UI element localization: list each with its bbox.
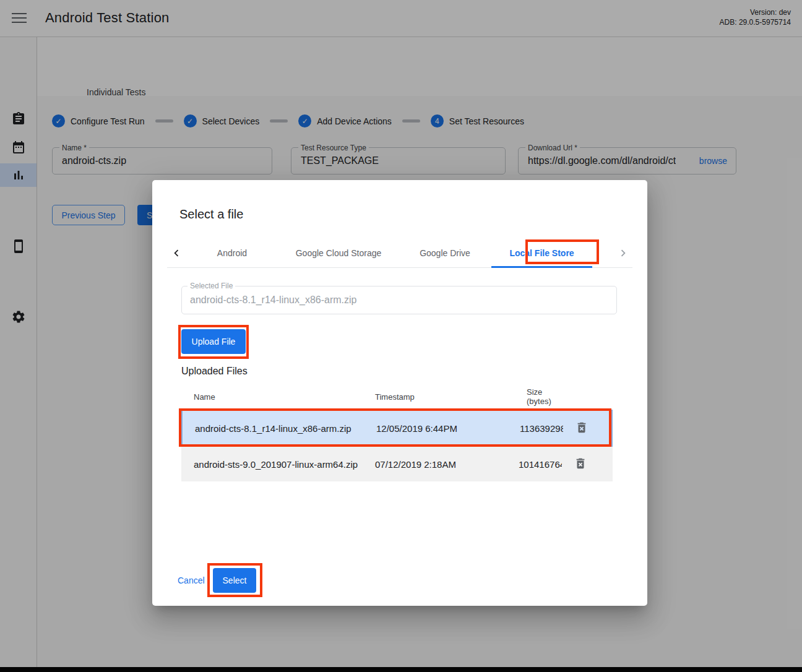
tab-local-file-store[interactable]: Local File Store — [491, 238, 592, 267]
upload-file-button[interactable]: Upload File — [181, 329, 246, 354]
table-row[interactable]: android-sts-9.0_201907-linux-arm64.zip 0… — [181, 447, 613, 481]
tab-android[interactable]: Android — [186, 238, 278, 267]
cancel-button[interactable]: Cancel — [178, 571, 205, 590]
trash-icon — [575, 421, 589, 434]
tab-google-cloud-storage[interactable]: Google Cloud Storage — [278, 238, 399, 267]
selected-file-field[interactable]: Selected File android-cts-8.1_r14-linux_… — [181, 286, 617, 314]
column-header-size: Size (bytes) — [519, 387, 562, 406]
table-header-row: Name Timestamp Size (bytes) — [181, 384, 613, 410]
uploaded-files-title: Uploaded Files — [181, 366, 248, 377]
chevron-right-icon — [616, 246, 630, 260]
app-root: Android Test Station Version: dev ADB: 2… — [0, 0, 802, 672]
file-name-cell: android-cts-8.1_r14-linux_x86-arm.zip — [195, 423, 376, 434]
dialog-title: Select a file — [179, 207, 243, 222]
tab-label: Google Cloud Storage — [296, 248, 382, 258]
dialog-tab-bar: Android Google Cloud Storage Google Driv… — [167, 238, 632, 268]
size-header-line2: (bytes) — [527, 397, 562, 406]
size-cell: 113639298 — [520, 423, 563, 434]
timestamp-cell: 07/12/2019 2:18AM — [375, 459, 519, 470]
chevron-left-icon — [170, 246, 183, 260]
tabs-scroll-left-button[interactable] — [167, 238, 186, 267]
tab-google-drive[interactable]: Google Drive — [399, 238, 491, 267]
table-row[interactable]: android-cts-8.1_r14-linux_x86-arm.zip 12… — [181, 410, 613, 447]
uploaded-files-table: Name Timestamp Size (bytes) android-cts-… — [181, 384, 613, 481]
select-file-dialog: Select a file Android Google Cloud Stora… — [152, 180, 647, 606]
tab-label: Local File Store — [509, 248, 574, 258]
size-cell: 101416764 — [519, 459, 562, 470]
delete-file-button[interactable] — [572, 456, 589, 472]
trash-icon — [574, 457, 587, 470]
size-header-line1: Size — [527, 387, 562, 397]
file-name-cell: android-sts-9.0_201907-linux-arm64.zip — [194, 459, 375, 470]
column-header-name: Name — [194, 392, 375, 402]
column-header-timestamp: Timestamp — [375, 392, 519, 402]
select-button[interactable]: Select — [213, 568, 256, 593]
delete-file-button[interactable] — [574, 420, 590, 436]
tab-label: Google Drive — [420, 248, 470, 258]
timestamp-cell: 12/05/2019 6:44PM — [376, 423, 520, 434]
tab-label: Android — [217, 248, 247, 258]
bottom-strip — [0, 667, 802, 672]
tabs-scroll-right-button[interactable] — [614, 238, 632, 267]
selected-file-value: android-cts-8.1_r14-linux_x86-arm.zip — [190, 286, 356, 314]
